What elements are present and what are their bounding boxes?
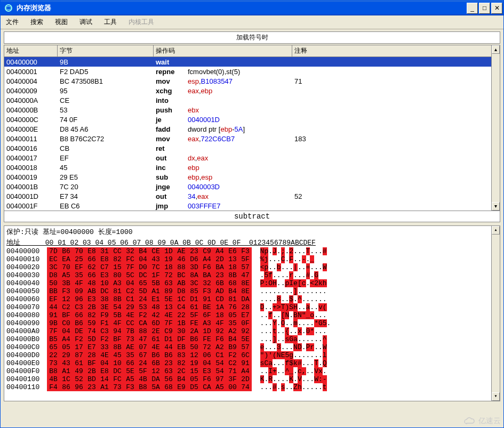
hex-byte: 56 [162, 375, 175, 383]
hex-row[interactable]: 004000A07F04DE74C3947B882EC9302A1D92A292… [4, 327, 500, 335]
scroll-up-icon[interactable]: ▴ [492, 45, 500, 54]
menu-debug[interactable]: 调试 [77, 17, 94, 28]
hex-row[interactable]: 004000C0650517E7338BAE074E44EB5072A2B957… [4, 343, 500, 351]
hex-byte: 43 [60, 359, 73, 367]
hex-byte: 5F [239, 255, 252, 263]
hex-byte: 15 [188, 367, 201, 375]
disasm-row[interactable]: 0040001FEB C6jmp003FFFE7 [4, 201, 500, 211]
menu-view[interactable]: 视图 [53, 17, 70, 28]
symbol-banner[interactable]: 加载符号时 [4, 31, 500, 44]
hex-byte: B6 [188, 335, 201, 343]
hex-byte: DE [73, 327, 85, 335]
hex-byte: 8E [239, 287, 252, 295]
hex-row[interactable]: 0040007044C2C32B3E5429534813C461BE1A7628… [4, 303, 500, 311]
hex-byte: E8 [85, 247, 98, 255]
opcode-cell: fadddword ptr [ebp-5A] [154, 125, 292, 133]
window-buttons: _ □ ✕ [467, 3, 502, 14]
addr-cell: 00400016 [4, 144, 58, 152]
hex-row[interactable]: 0040008091BF6682F95B4EF2424E225F6F1805E7… [4, 311, 500, 319]
col-bytes[interactable]: 字节 [58, 45, 154, 56]
opcode-cell: subebp,esp [154, 173, 292, 181]
col-comm[interactable]: 注释 [292, 45, 500, 56]
hex-byte: 66 [73, 311, 85, 319]
hex-byte: 82 [175, 359, 188, 367]
hex-byte: AE [175, 247, 188, 255]
hex-row[interactable]: 00400060EF1296E3388BC124E15E1CD191CD81DA… [4, 295, 500, 303]
scroll-up-icon[interactable]: ▴ [492, 226, 500, 235]
menu-file[interactable]: 文件 [4, 17, 21, 28]
hex-row[interactable]: 004000203C70EF62C7157FD07C18883DF6BA1857… [4, 263, 500, 271]
menu-search[interactable]: 搜索 [28, 17, 45, 28]
hex-byte: A2 [213, 343, 226, 351]
disasm-row[interactable]: 0040001DE7 34out34,eax52 [4, 191, 500, 201]
hex-byte: 46 [175, 255, 188, 263]
command-input[interactable]: subtract [4, 211, 500, 222]
hex-byte: 30 [175, 327, 188, 335]
hex-row[interactable]: 00400010ECEA2566E882FC04431946D6A42D135F… [4, 255, 500, 263]
hex-row[interactable]: 004000B0B5A4F25DF2BF734761D1DFB6FEF6B45E… [4, 335, 500, 343]
hex-byte: A1 [60, 367, 73, 375]
hex-row[interactable]: 004000F0B8A1492BE8DC5E5F12632C15E35471A4… [4, 367, 500, 375]
hex-rows[interactable]: 004000007DB670E831CC32B4CE1DAE23C9A4E6F3… [4, 247, 500, 391]
close-button[interactable]: ✕ [491, 3, 502, 14]
hex-row[interactable]: 004000909BC0B659F14FCCCA6D7F1BFEA34F350F… [4, 319, 500, 327]
disasm-row[interactable]: 0040001B7C 20jnge0040003D [4, 182, 500, 191]
hex-byte: 23 [188, 247, 201, 255]
disasm-row[interactable]: 00400017EFoutdx,eax [4, 153, 500, 163]
disasm-row[interactable]: 0040000995xchgeax,ebp [4, 86, 500, 95]
disasm-rows[interactable]: 004000009Bwait00400001F2 DAD5repnefcmovb… [4, 57, 500, 211]
hex-row[interactable]: 004001004B1C52BD14FCA54BDA56B405F6973F2D… [4, 375, 500, 383]
hex-byte: 22 [47, 351, 60, 359]
hex-byte: 1A [213, 303, 226, 311]
disasm-row[interactable]: 0040000C74 0Fje0040001D [4, 115, 500, 124]
menu-kernel[interactable]: 内核工具 [126, 17, 156, 28]
hex-byte: DC [98, 287, 111, 295]
disasm-row[interactable]: 004000009Bwait [4, 57, 500, 67]
hex-row[interactable]: 00400040503B4F4810A304655B63AB3C326B688E… [4, 279, 500, 287]
disasm-row[interactable]: 00400001F2 DAD5repnefcmovbet(0),st(5) [4, 67, 500, 76]
disasm-row[interactable]: 00400016CBret [4, 143, 500, 153]
disasm-row[interactable]: 0040000ED8 45 A6fadddword ptr [ebp-5A] [4, 124, 500, 134]
hex-row[interactable]: 004000007DB670E831CC32B4CE1DAE23C9A4E6F3… [4, 247, 500, 255]
hex-byte: 87 [73, 351, 85, 359]
hex-byte: 6B [213, 279, 226, 287]
hex-byte: 9B [47, 319, 60, 327]
menu-tools[interactable]: 工具 [102, 17, 119, 28]
hex-byte: 22 [175, 311, 188, 319]
col-addr[interactable]: 地址 [4, 45, 58, 56]
scroll-down-icon[interactable]: ▾ [492, 202, 500, 211]
col-opc[interactable]: 操作码 [154, 45, 292, 56]
minimize-button[interactable]: _ [467, 3, 478, 14]
hex-scrollbar[interactable]: ▴ ▾ [491, 226, 500, 401]
hex-byte: 42 [149, 311, 162, 319]
disasm-row[interactable]: 00400004BC 473508B1movesp,B108354771 [4, 76, 500, 86]
hex-byte: 44 [162, 343, 175, 351]
hex-byte: BF [60, 311, 73, 319]
bytes-cell: BC 473508B1 [58, 77, 154, 85]
maximize-button[interactable]: □ [479, 3, 490, 14]
hex-byte: C0 [60, 319, 73, 327]
hex-byte: 5F [188, 311, 201, 319]
disasm-row[interactable]: 0040001929 E5subebp,esp [4, 172, 500, 182]
disasm-row[interactable]: 0040000B53pushebx [4, 105, 500, 115]
hex-row[interactable]: 00400050BBF309ABDC81C25DA189D885F3ADB48E… [4, 287, 500, 295]
addr-cell: 00400000 [4, 58, 58, 66]
hex-byte: F6 [201, 263, 213, 271]
watermark: 亿速云 [463, 416, 501, 426]
scroll-down-icon[interactable]: ▾ [492, 392, 500, 401]
hex-byte: 2D [239, 375, 252, 383]
hex-row[interactable]: 00400030D8A53566E3805CDC1F72BC8ABA238B47… [4, 271, 500, 279]
disasm-row[interactable]: 0040001845incebp [4, 163, 500, 172]
hex-byte: 31 [98, 247, 111, 255]
hex-byte: F3 [60, 287, 73, 295]
disasm-row[interactable]: 0040000ACEinto [4, 95, 500, 105]
hex-row[interactable]: 004000D0222987284E453567B6B6831206C1F26C… [4, 351, 500, 359]
hex-row[interactable]: 00400110F4869623A173F3B85A68E9D5CAA50074… [4, 383, 500, 391]
disasm-scrollbar[interactable]: ▴ ▾ [491, 45, 500, 211]
addr-cell: 0040001D [4, 192, 58, 200]
disasm-row[interactable]: 00400011B8 B76C2C72moveax,722C6CB7183 [4, 134, 500, 143]
hex-byte: 7C [149, 263, 162, 271]
hex-byte: B4 [226, 335, 239, 343]
hex-addr: 00400070 [6, 303, 47, 311]
hex-row[interactable]: 004000E0734361BF041066246B2382190454C291… [4, 359, 500, 367]
